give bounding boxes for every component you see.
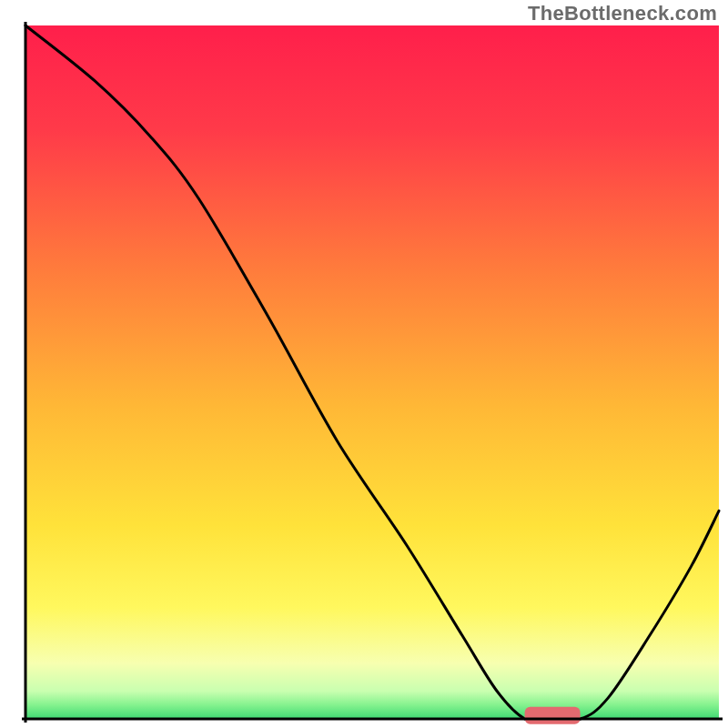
bottleneck-chart: TheBottleneck.com	[0, 0, 728, 728]
chart-svg	[0, 0, 728, 728]
watermark-label: TheBottleneck.com	[528, 2, 717, 25]
optimal-marker	[525, 707, 581, 724]
gradient-background	[25, 25, 719, 719]
